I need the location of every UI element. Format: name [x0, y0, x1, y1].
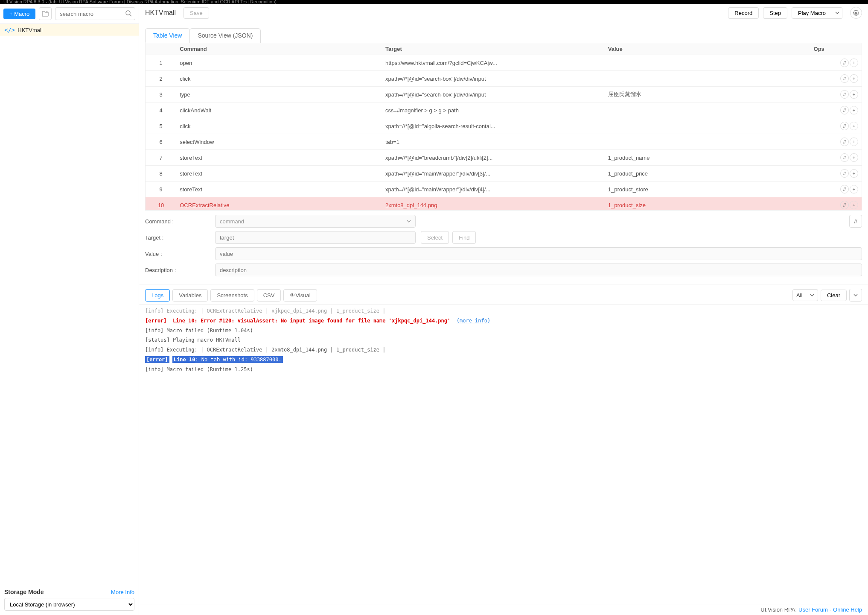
command-row[interactable]: 4clickAndWaitcss=#magnifier > g > g > pa…	[146, 102, 862, 118]
title-bar: UI.Vision RPA 8.3.0 - (tab: UI.Vision RP…	[0, 0, 868, 4]
svg-point-1	[855, 12, 857, 14]
add-row-button[interactable]: +	[850, 122, 858, 130]
more-info-link[interactable]: More Info	[111, 589, 134, 595]
row-ops: //+	[810, 197, 862, 211]
toggle-comment-button[interactable]: //	[840, 90, 849, 99]
tab-source-view[interactable]: Source View (JSON)	[189, 28, 261, 43]
macro-name: HKTVmall	[145, 9, 176, 17]
description-input[interactable]	[215, 264, 862, 276]
storage-mode-select[interactable]: Local Storage (in browser)	[4, 598, 134, 611]
gear-icon	[853, 10, 859, 16]
step-button[interactable]: Step	[763, 7, 787, 19]
chevron-down-icon	[407, 220, 411, 223]
log-line: [info] Macro failed (Runtime 1.25s)	[145, 365, 862, 375]
add-row-button[interactable]: +	[850, 90, 858, 99]
tab-screenshots[interactable]: Screenshots	[210, 289, 254, 302]
macro-tree-item[interactable]: </> HKTVmall	[0, 24, 139, 36]
add-row-button[interactable]: +	[850, 74, 858, 83]
command-row[interactable]: 5clickxpath=//*[@id="algolia-search-resu…	[146, 118, 862, 134]
row-value: 1_product_price	[605, 166, 810, 182]
add-row-button[interactable]: +	[850, 138, 858, 146]
command-row[interactable]: 2clickxpath=//*[@id="search-box"]/div/di…	[146, 71, 862, 87]
row-index: 4	[146, 102, 176, 118]
toggle-comment-button[interactable]: //	[840, 74, 849, 83]
row-index: 5	[146, 118, 176, 134]
command-row[interactable]: 8storeTextxpath=//*[@id="mainWrapper"]/d…	[146, 166, 862, 182]
add-row-button[interactable]: +	[850, 169, 858, 178]
command-row[interactable]: 7storeTextxpath=//*[@id="breadcrumb"]/di…	[146, 150, 862, 166]
tab-table-view[interactable]: Table View	[145, 28, 190, 43]
online-help-link[interactable]: Online Help	[833, 606, 862, 613]
row-target: https://www.hktvmall.com/?gclid=CjwKCAjw…	[382, 55, 605, 71]
play-macro-button[interactable]: Play Macro	[792, 7, 832, 19]
more-info-link[interactable]: (more info)	[457, 318, 490, 324]
row-ops: //+	[810, 102, 862, 118]
row-index: 8	[146, 166, 176, 182]
toggle-comment-button[interactable]: //	[840, 59, 849, 67]
find-target-button[interactable]: Find	[452, 231, 476, 244]
toggle-comment-button[interactable]: //	[849, 215, 862, 228]
toggle-comment-button[interactable]: //	[840, 106, 849, 114]
footer: UI.Vision RPA: User Forum - Online Help	[139, 604, 868, 615]
toggle-comment-button[interactable]: //	[840, 153, 849, 162]
col-ops: Ops	[810, 43, 862, 55]
row-value: 1_product_store	[605, 182, 810, 197]
command-row[interactable]: 1openhttps://www.hktvmall.com/?gclid=Cjw…	[146, 55, 862, 71]
settings-button[interactable]	[850, 7, 862, 19]
tab-logs[interactable]: Logs	[145, 289, 170, 302]
macro-search-input[interactable]	[55, 7, 135, 20]
play-dropdown[interactable]	[832, 7, 842, 19]
row-index: 3	[146, 87, 176, 102]
command-row[interactable]: 3typexpath=//*[@id="search-box"]/div/div…	[146, 87, 862, 102]
tab-csv[interactable]: CSV	[257, 289, 281, 302]
row-value	[605, 134, 810, 150]
row-ops: //+	[810, 118, 862, 134]
row-ops: //+	[810, 150, 862, 166]
row-index: 7	[146, 150, 176, 166]
search-icon	[125, 10, 132, 17]
svg-point-0	[126, 11, 130, 15]
row-command: clickAndWait	[176, 102, 382, 118]
add-row-button[interactable]: +	[850, 59, 858, 67]
log-filter-select[interactable]: All	[792, 289, 818, 301]
select-target-button[interactable]: Select	[421, 231, 449, 244]
record-button[interactable]: Record	[728, 7, 759, 19]
toggle-comment-button[interactable]: //	[840, 122, 849, 130]
row-index: 10	[146, 197, 176, 211]
log-line: [info] Executing: | OCRExtractRelative |…	[145, 345, 862, 355]
row-ops: //+	[810, 55, 862, 71]
row-command: open	[176, 55, 382, 71]
save-button[interactable]: Save	[184, 7, 209, 19]
new-folder-button[interactable]	[39, 7, 52, 20]
add-row-button[interactable]: +	[850, 201, 858, 209]
sidebar: + Macro </> HKTVmall S	[0, 4, 139, 615]
toggle-comment-button[interactable]: //	[840, 201, 849, 209]
value-label: Value :	[145, 251, 209, 257]
log-more-button[interactable]	[849, 289, 862, 302]
row-value	[605, 118, 810, 134]
target-input[interactable]	[215, 231, 416, 244]
new-macro-button[interactable]: + Macro	[3, 9, 35, 19]
value-input[interactable]	[215, 247, 862, 260]
command-row[interactable]: 6selectWindowtab=1//+	[146, 134, 862, 150]
row-target: xpath=//*[@id="mainWrapper"]/div/div[4]/…	[382, 182, 605, 197]
tab-variables[interactable]: Variables	[172, 289, 208, 302]
row-ops: //+	[810, 182, 862, 197]
row-value: 1_product_name	[605, 150, 810, 166]
add-row-button[interactable]: +	[850, 106, 858, 114]
tab-visual[interactable]: 👁Visual	[283, 289, 317, 302]
command-row[interactable]: 9storeTextxpath=//*[@id="mainWrapper"]/d…	[146, 182, 862, 197]
add-row-button[interactable]: +	[850, 185, 858, 193]
command-row[interactable]: 10OCRExtractRelative2xmto8_dpi_144.png1_…	[146, 197, 862, 211]
row-ops: //+	[810, 134, 862, 150]
user-forum-link[interactable]: User Forum	[798, 606, 828, 613]
log-line: [status] Playing macro HKTVmall	[145, 335, 862, 345]
chevron-down-icon	[810, 294, 814, 296]
clear-logs-button[interactable]: Clear	[821, 290, 847, 301]
toggle-comment-button[interactable]: //	[840, 169, 849, 178]
toggle-comment-button[interactable]: //	[840, 185, 849, 193]
row-command: click	[176, 71, 382, 87]
toggle-comment-button[interactable]: //	[840, 138, 849, 146]
add-row-button[interactable]: +	[850, 153, 858, 162]
command-select[interactable]: command	[215, 215, 416, 228]
